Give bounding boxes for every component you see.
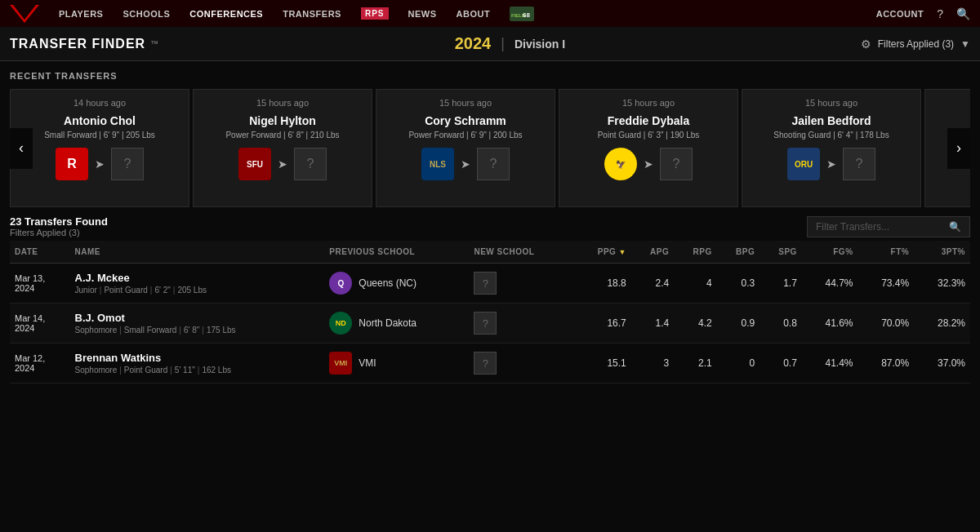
card-logos: SFU ➤ ? bbox=[202, 148, 363, 180]
col-3pct[interactable]: 3PT% bbox=[914, 241, 970, 264]
filters-applied[interactable]: Filters Applied (3) bbox=[878, 38, 954, 50]
row-date: Mar 12,2024 bbox=[10, 344, 70, 383]
col-ppg[interactable]: PPG▼ bbox=[574, 241, 631, 264]
card-name: Antonio Chol bbox=[19, 114, 180, 127]
col-date[interactable]: DATE bbox=[10, 241, 70, 264]
field68-badge[interactable]: FIELD 68 bbox=[510, 7, 534, 21]
top-nav: PLAYERS SCHOOLS CONFERENCES TRANSFERS RP… bbox=[0, 0, 980, 27]
nav-right: ACCOUNT ? 🔍 bbox=[876, 7, 970, 20]
recent-transfers-section: RECENT TRANSFERS ‹ 14 hours ago Antonio … bbox=[0, 61, 980, 207]
new-school-unknown: ? bbox=[474, 312, 497, 335]
row-prev-school: VMI VMI bbox=[324, 344, 469, 383]
row-prev-school: ND North Dakota bbox=[324, 304, 469, 344]
player-details: Sophomore|Small Forward|6' 8"|175 Lbs bbox=[75, 326, 320, 335]
division-label[interactable]: Division I bbox=[514, 38, 565, 51]
row-fgpct: 41.6% bbox=[802, 304, 858, 344]
col-fgpct[interactable]: FG% bbox=[802, 241, 858, 264]
filter-icon[interactable]: ⚙ bbox=[861, 38, 871, 51]
recent-title: RECENT TRANSFERS bbox=[10, 71, 970, 81]
table-header: DATE NAME PREVIOUS SCHOOL NEW SCHOOL PPG… bbox=[10, 241, 970, 264]
nav-about[interactable]: ABOUT bbox=[457, 9, 491, 19]
prev-school-name: North Dakota bbox=[359, 317, 416, 329]
row-prev-school: Q Queens (NC) bbox=[324, 264, 469, 304]
row-bpg: 0.3 bbox=[717, 264, 760, 304]
transfer-finder-title: TRANSFER FINDER ™ bbox=[10, 37, 159, 51]
row-ppg: 18.8 bbox=[574, 264, 631, 304]
to-school-unknown: ? bbox=[111, 148, 144, 180]
year-selector[interactable]: 2024 bbox=[455, 34, 492, 53]
transfer-card[interactable]: 14 hours ago Antonio Chol Small Forward … bbox=[10, 89, 189, 207]
nav-schools[interactable]: SCHOOLS bbox=[122, 9, 170, 19]
prev-school-logo: VMI bbox=[329, 352, 352, 375]
row-ppg: 16.7 bbox=[574, 304, 631, 344]
carousel-left-button[interactable]: ‹ bbox=[10, 128, 33, 169]
row-apg: 3 bbox=[631, 344, 674, 383]
table-header-row: 23 Transfers Found Filters Applied (3) 🔍 bbox=[10, 215, 970, 237]
transfer-card[interactable]: 15 hours ago Cory Schramm Power Forward … bbox=[376, 89, 555, 207]
prev-school-logo: Q bbox=[329, 272, 352, 295]
player-details: Junior|Point Guard|6' 2"|205 Lbs bbox=[75, 286, 320, 295]
transfers-found: 23 Transfers Found bbox=[10, 215, 108, 228]
table-row[interactable]: Mar 13,2024 A.J. Mckee Junior|Point Guar… bbox=[10, 264, 970, 304]
row-new-school: ? bbox=[469, 304, 573, 344]
sub-nav-right: ⚙ Filters Applied (3) ▼ bbox=[861, 38, 970, 51]
row-fgpct: 44.7% bbox=[802, 264, 858, 304]
col-rpg[interactable]: RPG bbox=[674, 241, 716, 264]
transfer-arrow-icon: ➤ bbox=[644, 157, 653, 171]
search-input[interactable] bbox=[816, 221, 944, 233]
card-name: Nigel Hylton bbox=[202, 114, 363, 127]
search-icon: 🔍 bbox=[949, 221, 961, 233]
carousel-right-button[interactable]: › bbox=[947, 128, 970, 169]
card-details: Power Forward | 6' 9" | 200 Lbs bbox=[385, 131, 546, 140]
search-icon[interactable]: 🔍 bbox=[956, 7, 970, 20]
row-ftpct: 70.0% bbox=[858, 304, 915, 344]
card-details: Power Forward | 6' 8" | 210 Lbs bbox=[202, 131, 363, 140]
player-name: A.J. Mckee bbox=[75, 272, 320, 284]
card-time: 15 hours ago bbox=[385, 98, 546, 108]
site-logo[interactable] bbox=[10, 5, 39, 23]
col-apg[interactable]: APG bbox=[631, 241, 674, 264]
row-bpg: 0.9 bbox=[717, 304, 760, 344]
prev-school-name: VMI bbox=[359, 357, 376, 369]
col-spg[interactable]: SPG bbox=[760, 241, 802, 264]
col-prev-school[interactable]: PREVIOUS SCHOOL bbox=[324, 241, 469, 264]
nav-news[interactable]: NEWS bbox=[408, 9, 437, 19]
main-section: 23 Transfers Found Filters Applied (3) 🔍… bbox=[0, 207, 980, 392]
row-rpg: 2.1 bbox=[674, 344, 716, 383]
row-apg: 2.4 bbox=[631, 264, 674, 304]
col-name[interactable]: NAME bbox=[70, 241, 325, 264]
nav-players[interactable]: PLAYERS bbox=[59, 9, 103, 19]
from-school-logo: NLS bbox=[421, 148, 454, 180]
table-row[interactable]: Mar 14,2024 B.J. Omot Sophomore|Small Fo… bbox=[10, 304, 970, 344]
card-time: 14 hours ago bbox=[19, 98, 180, 108]
col-ftpct[interactable]: FT% bbox=[858, 241, 915, 264]
transfer-card[interactable]: 15 hours ago Nigel Hylton Power Forward … bbox=[193, 89, 372, 207]
transfer-card[interactable]: 15 hours ago Jailen Bedford Shooting Gua… bbox=[742, 89, 921, 207]
prev-school-name: Queens (NC) bbox=[359, 277, 416, 289]
transfer-carousel: 14 hours ago Antonio Chol Small Forward … bbox=[10, 89, 970, 207]
row-3pct: 32.3% bbox=[914, 264, 970, 304]
card-details: Point Guard | 6' 3" | 190 Lbs bbox=[568, 131, 729, 140]
carousel-wrapper: ‹ 14 hours ago Antonio Chol Small Forwar… bbox=[10, 89, 970, 207]
row-player: B.J. Omot Sophomore|Small Forward|6' 8"|… bbox=[70, 304, 325, 344]
row-3pct: 28.2% bbox=[914, 304, 970, 344]
row-spg: 0.8 bbox=[760, 304, 802, 344]
nav-transfers[interactable]: TRANSFERS bbox=[283, 9, 341, 19]
card-name: Freddie Dybala bbox=[568, 114, 729, 127]
nav-conferences[interactable]: CONFERENCES bbox=[189, 9, 263, 19]
transfer-card[interactable]: 15 hours ago Freddie Dybala Point Guard … bbox=[559, 89, 738, 207]
row-3pct: 37.0% bbox=[914, 344, 970, 383]
chevron-down-icon[interactable]: ▼ bbox=[960, 38, 970, 50]
table-row[interactable]: Mar 12,2024 Brennan Watkins Sophomore|Po… bbox=[10, 344, 970, 383]
search-box[interactable]: 🔍 bbox=[807, 216, 970, 237]
transfer-arrow-icon: ➤ bbox=[826, 157, 836, 171]
col-bpg[interactable]: BPG bbox=[717, 241, 760, 264]
help-icon[interactable]: ? bbox=[937, 7, 943, 20]
account-link[interactable]: ACCOUNT bbox=[876, 9, 924, 19]
rps-badge[interactable]: RPS bbox=[361, 7, 389, 20]
new-school-unknown: ? bbox=[474, 352, 497, 375]
card-name: Cory Schramm bbox=[385, 114, 546, 127]
tf-title-sub: ™ bbox=[150, 39, 159, 48]
to-school-unknown: ? bbox=[294, 148, 327, 180]
col-new-school[interactable]: NEW SCHOOL bbox=[469, 241, 573, 264]
